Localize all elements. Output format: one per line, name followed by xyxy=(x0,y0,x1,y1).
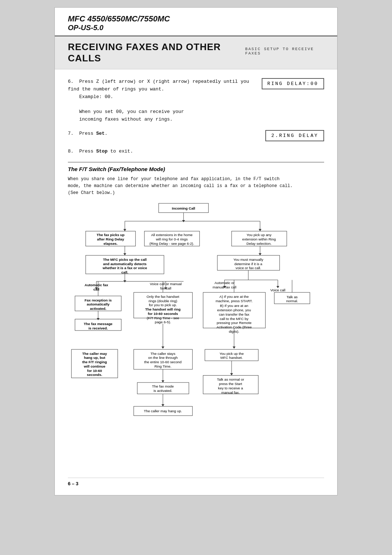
section-title: The F/T Switch (Fax/Telephone Mode) xyxy=(68,166,324,172)
svg-text:pressing your Remote: pressing your Remote xyxy=(217,321,252,325)
svg-text:determine if it is a: determine if it is a xyxy=(234,262,262,266)
svg-text:normal.: normal. xyxy=(286,299,298,303)
svg-text:the F/T ringing: the F/T ringing xyxy=(82,360,107,364)
svg-text:call.: call. xyxy=(121,270,128,274)
svg-text:The caller stays: The caller stays xyxy=(151,352,176,356)
step-6-num: 6. xyxy=(68,79,79,84)
section-divider xyxy=(68,162,324,162)
lcd-2-ring-delay: 2.RING DELAY xyxy=(265,130,324,141)
svg-text:(Ring Delay - see page 6-2).: (Ring Delay - see page 6-2). xyxy=(150,242,194,246)
svg-text:on the line through: on the line through xyxy=(148,356,177,360)
svg-text:Automatic fax: Automatic fax xyxy=(85,283,108,287)
svg-text:page 6-5).: page 6-5). xyxy=(155,320,171,324)
page: MFC 4550/6550MC/7550MC OP-US-5.0 RECEIVI… xyxy=(54,7,338,495)
svg-text:Only the fax handset: Only the fax handset xyxy=(147,295,179,299)
svg-marker-90 xyxy=(162,347,164,349)
svg-text:manual fax call: manual fax call xyxy=(213,285,236,289)
svg-text:All extensions in the home: All extensions in the home xyxy=(151,233,193,237)
svg-text:extension phone, you: extension phone, you xyxy=(217,308,251,312)
svg-text:call: call xyxy=(93,287,99,291)
svg-text:and automatically detects: and automatically detects xyxy=(103,262,147,266)
step-6-block: 6. Press Z (left arrow) or X (right arro… xyxy=(68,78,324,123)
svg-text:key to receive a: key to receive a xyxy=(218,386,243,390)
svg-marker-109 xyxy=(162,380,164,382)
section-para: When you share one line for your telepho… xyxy=(68,176,324,197)
flowchart-container: .fc text { font-family: Arial, sans-seri… xyxy=(68,202,324,470)
svg-text:You pick up any: You pick up any xyxy=(246,233,271,237)
svg-text:is received.: is received. xyxy=(89,326,108,330)
svg-text:The fax mode: The fax mode xyxy=(152,384,174,388)
svg-marker-23 xyxy=(259,253,262,255)
page-title: RECEIVING FAXES AND OTHER CALLS xyxy=(68,41,239,64)
op-us: OP-US-5.0 xyxy=(68,24,324,32)
incoming-call-label: Incoming Call xyxy=(172,206,196,210)
svg-text:activated.: activated. xyxy=(90,307,106,311)
step-7-block: 7. Press Set. 2.RING DELAY xyxy=(68,130,324,141)
svg-text:Ring Time.: Ring Time. xyxy=(154,364,171,368)
lcd-ring-delay-00: RING DELAY:00 xyxy=(262,78,324,89)
svg-marker-92 xyxy=(233,347,236,349)
step-8-text: 8. Press Stop to exit. xyxy=(68,148,259,155)
svg-text:machine, press START.: machine, press START. xyxy=(216,299,253,303)
svg-text:(F/T Ring Time - see: (F/T Ring Time - see xyxy=(147,316,179,320)
title-bar: RECEIVING FAXES AND OTHER CALLS BASIC SE… xyxy=(55,36,337,69)
svg-text:fax call: fax call xyxy=(160,286,171,290)
svg-text:for you to pick up.: for you to pick up. xyxy=(149,303,177,307)
svg-text:Talk as normal or: Talk as normal or xyxy=(217,377,244,381)
svg-marker-121 xyxy=(162,404,164,406)
step-7-text: 7. Press Set. xyxy=(68,130,258,138)
svg-text:extension within Ring: extension within Ring xyxy=(242,237,276,241)
svg-text:whether it is a fax or voice: whether it is a fax or voice xyxy=(102,266,147,270)
svg-text:the entire 10-60 second: the entire 10-60 second xyxy=(144,360,181,364)
svg-text:Fax reception is: Fax reception is xyxy=(85,298,112,302)
svg-text:can transfer the fax: can transfer the fax xyxy=(219,312,249,316)
svg-text:manual fax.: manual fax. xyxy=(221,390,240,394)
svg-text:hang up, but: hang up, but xyxy=(84,356,106,360)
svg-text:Talk as: Talk as xyxy=(286,295,298,299)
svg-text:press the Start: press the Start xyxy=(219,382,242,386)
svg-text:call to the MFC by: call to the MFC by xyxy=(220,317,248,321)
step-6-text: 6. Press Z (left arrow) or X (right arro… xyxy=(68,78,254,123)
flowchart-svg: .fc text { font-family: Arial, sans-seri… xyxy=(68,202,324,469)
svg-text:voice or fax call.: voice or fax call. xyxy=(236,266,261,270)
svg-text:seconds.: seconds. xyxy=(87,373,102,377)
svg-marker-5 xyxy=(123,229,126,231)
svg-text:rings (double ring): rings (double ring) xyxy=(148,299,177,303)
content-area: 6. Press Z (left arrow) or X (right arro… xyxy=(55,69,337,495)
svg-text:The handset will ring: The handset will ring xyxy=(145,307,180,311)
svg-text:The fax message: The fax message xyxy=(84,322,113,326)
svg-text:Voice call: Voice call xyxy=(270,288,285,292)
svg-text:A) If you are at the: A) If you are at the xyxy=(220,295,249,299)
svg-text:The caller may hang up.: The caller may hang up. xyxy=(144,409,182,413)
svg-text:Automatic or: Automatic or xyxy=(215,281,235,285)
svg-text:is activated.: is activated. xyxy=(154,389,172,393)
svg-text:will ring for 0-4 rings: will ring for 0-4 rings xyxy=(155,237,188,241)
page-subtitle: BASIC SETUP TO RECEIVE FAXES xyxy=(245,47,324,56)
svg-text:You pick up the: You pick up the xyxy=(220,352,244,356)
svg-text:The MFC picks up the call: The MFC picks up the call xyxy=(103,258,147,262)
svg-text:The caller may: The caller may xyxy=(82,352,107,356)
header-bar: MFC 4550/6550MC/7550MC OP-US-5.0 xyxy=(55,8,337,36)
model-name: MFC 4550/6550MC/7550MC xyxy=(68,14,324,24)
svg-text:You must manually: You must manually xyxy=(233,258,264,262)
svg-text:MFC handset.: MFC handset. xyxy=(220,356,243,360)
svg-text:elapses.: elapses. xyxy=(103,242,118,246)
svg-marker-21 xyxy=(123,253,126,255)
svg-text:B) If you are at an: B) If you are at an xyxy=(220,304,248,308)
svg-text:The fax picks up: The fax picks up xyxy=(97,233,124,237)
svg-text:Voice call or manual: Voice call or manual xyxy=(150,282,182,286)
svg-text:for 10-60: for 10-60 xyxy=(87,369,102,373)
step-8-block: 8. Press Stop to exit. xyxy=(68,148,324,155)
svg-text:for 10-60 seconds: for 10-60 seconds xyxy=(148,312,178,316)
svg-text:after Ring Delay: after Ring Delay xyxy=(97,237,124,241)
svg-marker-111 xyxy=(230,373,233,376)
svg-text:automatically: automatically xyxy=(87,302,110,306)
svg-text:Delay selection.: Delay selection. xyxy=(246,242,271,246)
page-number: 6 – 3 xyxy=(68,478,324,486)
svg-marker-7 xyxy=(259,229,262,231)
svg-text:will continue: will continue xyxy=(83,364,106,368)
